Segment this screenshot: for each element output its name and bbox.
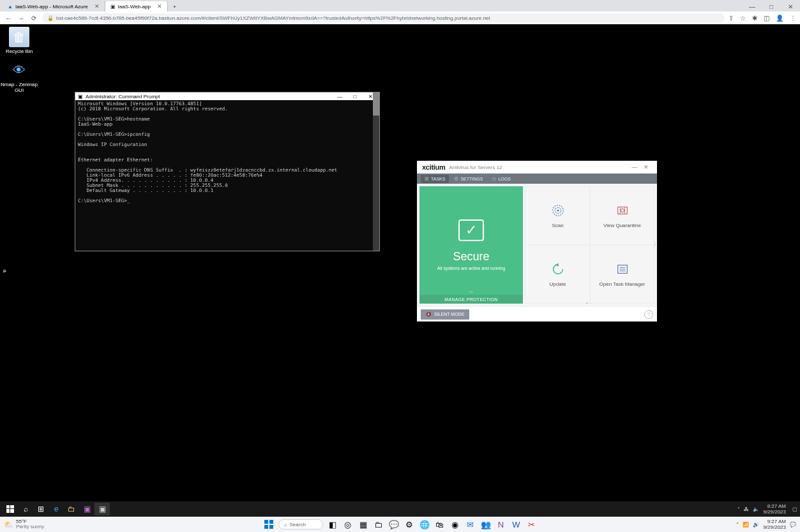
tab-title: IaaS-Web-app - Microsoft Azure: [15, 4, 88, 10]
share-icon[interactable]: ⇪: [728, 15, 734, 22]
bookmark-icon[interactable]: ☆: [740, 15, 746, 22]
secure-check-icon: ✓: [458, 219, 484, 241]
help-button[interactable]: ?: [644, 310, 653, 319]
task-manager-icon: [615, 262, 630, 276]
task-view-button[interactable]: ⊞: [33, 503, 49, 515]
cmd-taskbar-icon[interactable]: ▣: [94, 503, 110, 515]
app-icon[interactable]: ▣: [79, 503, 94, 515]
word-icon[interactable]: W: [511, 519, 522, 530]
av-main: ✓ Secure All systems are active and runn…: [417, 184, 657, 306]
start-button[interactable]: [263, 519, 275, 530]
cmd-scrollbar[interactable]: [373, 92, 379, 251]
cmd-titlebar[interactable]: ▣ Administrator: Command Prompt — □ ✕: [75, 92, 379, 100]
menu-icon[interactable]: ⋮: [790, 15, 796, 22]
chrome-icon[interactable]: ◉: [449, 519, 461, 530]
sound-icon[interactable]: 🔈: [753, 506, 759, 512]
svg-rect-17: [264, 525, 268, 529]
expand-up-icon[interactable]: ︿: [469, 288, 474, 295]
cmd-window: ▣ Administrator: Command Prompt — □ ✕ Mi…: [75, 92, 380, 251]
minimize-button[interactable]: —: [333, 94, 346, 100]
ie-icon[interactable]: e: [49, 503, 64, 515]
desktop-icon-recycle[interactable]: 🗑 Recycle Bin: [0, 27, 38, 54]
minimize-button[interactable]: —: [629, 164, 640, 170]
minimize-button[interactable]: —: [743, 1, 762, 11]
clock-time: 9:27 AM: [763, 519, 786, 524]
host-clock[interactable]: 9:27 AM 9/29/2023: [763, 519, 786, 530]
tile-quarantine[interactable]: View Quarantine: [590, 186, 654, 245]
widgets-icon[interactable]: ▦: [358, 519, 369, 530]
settings-icon[interactable]: ⚙: [404, 519, 415, 530]
edge-icon[interactable]: 🌐: [419, 519, 430, 530]
explorer-icon[interactable]: 🗀: [373, 519, 384, 530]
silent-mode-button[interactable]: 🔇 SILENT MODE: [421, 309, 469, 320]
desktop-icon-nmap[interactable]: 👁 Nmap - Zenmap GUI: [0, 60, 38, 93]
taskbar-search[interactable]: ⌕ Search: [278, 519, 323, 529]
settings-icon: ⚙: [454, 176, 458, 182]
manage-protection-button[interactable]: MANAGE PROTECTION: [419, 295, 523, 304]
store-icon[interactable]: 🛍: [434, 519, 446, 530]
remote-taskbar: ⌕ ⊞ e 🗀 ▣ ▣ ˄ 🖧 🔈 8:27 AM 9/29/2023 ▢: [0, 501, 800, 517]
tab-logs[interactable]: ◷ LOGS: [488, 175, 514, 183]
task-view-icon[interactable]: ◧: [327, 519, 338, 530]
url-text: bst-cae4c589-7cdf-4356-b785-bea45f90f72a…: [56, 15, 490, 21]
tab-iaas[interactable]: ▣ IaaS-Web-app ✕: [105, 1, 168, 11]
taskbar-right: ˄ 📶 🔊 9:27 AM 9/29/2023 💬: [736, 519, 796, 530]
av-titlebar[interactable]: xcitium Antivirus for Servers 12 — ✕: [417, 161, 657, 174]
cmd-output[interactable]: Microsoft Windows [Version 10.0.17763.48…: [75, 100, 379, 251]
notifications-icon[interactable]: 💬: [790, 522, 796, 528]
toolbar-right: ⇪ ☆ ✱ ◫ 👤 ⋮: [728, 15, 796, 22]
side-panel-icon[interactable]: ◫: [764, 15, 769, 22]
notifications-icon[interactable]: ▢: [792, 506, 797, 512]
close-icon[interactable]: ✕: [157, 3, 162, 10]
bastion-clipboard-handle[interactable]: »: [0, 266, 9, 275]
maximize-button[interactable]: □: [349, 94, 361, 100]
outlook-icon[interactable]: ✉: [465, 519, 476, 530]
snip-icon[interactable]: ✂: [526, 519, 538, 530]
extensions-icon[interactable]: ✱: [752, 15, 757, 22]
av-action-grid: Scan View Quarantine Update: [525, 186, 654, 304]
tile-task-manager[interactable]: Open Task Manager: [590, 245, 654, 304]
close-icon[interactable]: ✕: [94, 3, 100, 10]
start-button[interactable]: [3, 503, 18, 515]
tray-chevron-icon[interactable]: ˄: [737, 506, 740, 512]
weather-widget[interactable]: ⛅ 55°F Partly sunny: [4, 519, 44, 529]
taskbar-clock[interactable]: 8:27 AM 9/29/2023: [763, 503, 789, 515]
onenote-icon[interactable]: N: [495, 519, 507, 530]
svg-rect-11: [6, 505, 10, 508]
tray-chevron-icon[interactable]: ˄: [736, 522, 739, 528]
next-page-icon[interactable]: 〉: [653, 239, 661, 251]
reload-button[interactable]: ⟳: [29, 15, 38, 22]
remote-desktop[interactable]: 🗑 Recycle Bin 👁 Nmap - Zenmap GUI » ▣ Ad…: [0, 24, 800, 517]
tile-scan[interactable]: Scan: [525, 186, 590, 245]
sound-icon[interactable]: 🔊: [753, 522, 759, 528]
maximize-button[interactable]: □: [762, 1, 781, 11]
address-bar-row: ← → ⟳ 🔒 bst-cae4c589-7cdf-4356-b785-bea4…: [0, 11, 800, 24]
system-tray[interactable]: ˄ 🖧 🔈 8:27 AM 9/29/2023 ▢: [737, 503, 797, 515]
icon-label: Recycle Bin: [6, 48, 33, 54]
tab-label: LOGS: [498, 177, 510, 181]
svg-rect-3: [617, 207, 627, 214]
secure-panel: ✓ Secure All systems are active and runn…: [419, 186, 523, 304]
av-footer: 🔇 SILENT MODE ?: [417, 306, 657, 321]
tab-azure[interactable]: ▲ IaaS-Web-app - Microsoft Azure ✕: [3, 1, 105, 11]
explorer-icon[interactable]: 🗀: [64, 503, 79, 515]
tab-tasks[interactable]: ⊞ TASKS: [421, 175, 449, 183]
tab-settings[interactable]: ⚙ SETTINGS: [450, 175, 487, 183]
tile-label: Open Task Manager: [600, 281, 645, 287]
wifi-icon[interactable]: 📶: [743, 522, 749, 528]
profile-icon[interactable]: 👤: [776, 15, 783, 22]
search-button[interactable]: ⌕: [18, 503, 33, 515]
address-bar[interactable]: 🔒 bst-cae4c589-7cdf-4356-b785-bea45f90f7…: [42, 13, 725, 22]
search-icon: ⌕: [284, 522, 287, 528]
close-button[interactable]: ✕: [781, 1, 800, 11]
new-tab-button[interactable]: +: [168, 1, 181, 11]
tile-update[interactable]: Update: [525, 245, 590, 304]
back-button[interactable]: ←: [4, 15, 13, 22]
svg-rect-15: [264, 520, 268, 524]
network-icon[interactable]: 🖧: [744, 506, 749, 512]
teams-icon[interactable]: 👥: [480, 519, 492, 530]
close-button[interactable]: ✕: [640, 164, 652, 170]
chat-icon[interactable]: 💬: [388, 519, 400, 530]
copilot-icon[interactable]: ◎: [342, 519, 354, 530]
forward-button[interactable]: →: [17, 15, 26, 22]
